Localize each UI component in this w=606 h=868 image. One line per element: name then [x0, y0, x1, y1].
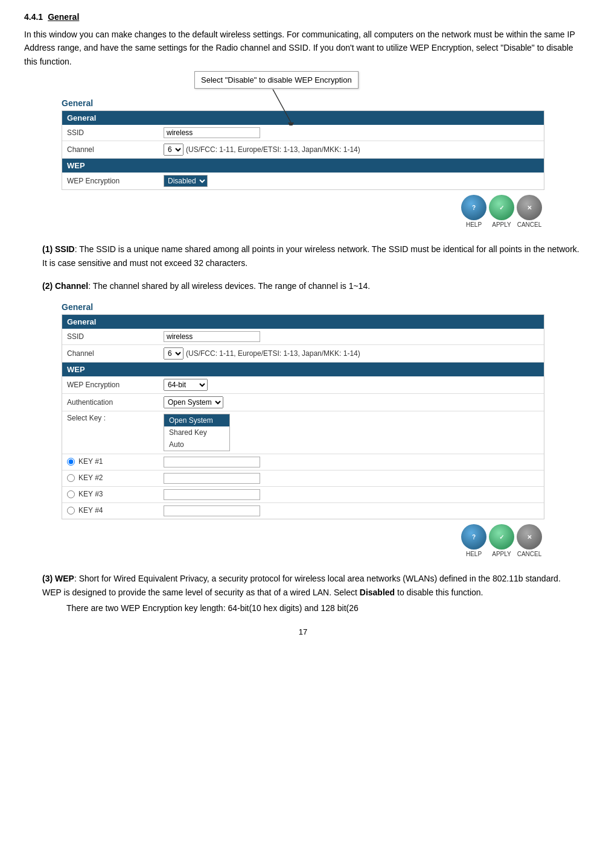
- wep-subtext: There are two WEP Encryption key length:…: [66, 601, 582, 615]
- panel1-channel-select[interactable]: 6: [164, 144, 183, 156]
- ssid-num: (1): [42, 244, 55, 254]
- panel2-key1-radio[interactable]: [67, 458, 75, 466]
- panel2-label: General: [62, 302, 544, 312]
- list-item-ssid: (1) SSID: The SSID is a unique name shar…: [42, 242, 582, 270]
- apply-icon-2: ✓: [489, 524, 514, 550]
- panel2-wep-select[interactable]: 64-bit 128-bit Disabled: [164, 379, 208, 391]
- panel2-key2-row: KEY #2: [62, 470, 544, 487]
- panel1-ssid-row: SSID: [62, 125, 544, 141]
- panel1-wep-value: Disabled: [164, 175, 208, 187]
- panel2-key1-label: KEY #1: [67, 457, 164, 467]
- list-item-wep: (3) WEP: Short for Wired Equivalent Priv…: [42, 572, 582, 615]
- panel2-key4-input[interactable]: [164, 505, 260, 516]
- channel-description: (2) Channel: The channel shared by all w…: [42, 279, 582, 293]
- list-item-channel: (2) Channel: The channel shared by all w…: [42, 279, 582, 293]
- panel2-key3-row: KEY #3: [62, 487, 544, 503]
- panel2-wep-value: 64-bit 128-bit Disabled: [164, 379, 208, 391]
- panel1-buttons: ? HELP ✓ APPLY ✕ CANCEL: [62, 190, 544, 230]
- panel1-wep-header: WEP: [62, 159, 544, 173]
- svg-marker-1: [288, 122, 294, 125]
- panel2-key2-value: [164, 473, 260, 484]
- panel2-key3-input[interactable]: [164, 489, 260, 500]
- dropdown-item-auto[interactable]: Auto: [164, 439, 229, 451]
- svg-line-0: [273, 89, 291, 122]
- panel2-auth-select[interactable]: Open System Shared Key Auto: [164, 396, 223, 408]
- panel2-channel-select[interactable]: 6: [164, 347, 183, 360]
- dropdown-item-opensystem[interactable]: Open System: [164, 414, 229, 426]
- panel2-container: General General SSID Channel 6 (US/FCC: …: [62, 302, 544, 560]
- panel2-key1-input[interactable]: [164, 457, 260, 467]
- cancel-icon-2: ✕: [517, 524, 542, 550]
- panel1-channel-row: Channel 6 (US/FCC: 1-11, Europe/ETSI: 1-…: [62, 141, 544, 159]
- panel2-auth-label: Authentication: [67, 398, 164, 407]
- channel-bold: Channel: [55, 281, 88, 291]
- wep-text: : Short for Wired Equivalent Privacy, a …: [42, 574, 561, 597]
- panel1-wep-select[interactable]: Disabled: [164, 175, 208, 187]
- callout-arrow-svg: [267, 89, 315, 125]
- panel2-auth-row: Authentication Open System Shared Key Au…: [62, 394, 544, 411]
- panel2-key3-label: KEY #3: [67, 490, 164, 499]
- cancel-icon: ✕: [517, 195, 542, 220]
- wep-description: (3) WEP: Short for Wired Equivalent Priv…: [42, 572, 582, 599]
- section-heading: 4.4.1 General: [24, 12, 582, 22]
- panel2-key4-row: KEY #4: [62, 503, 544, 519]
- panel2-channel-info: (US/FCC: 1-11, Europe/ETSI: 1-13, Japan/…: [186, 349, 360, 358]
- panel1-container: Select "Disable" to disable WEP Encrypti…: [62, 98, 544, 230]
- panel2-key3-radio[interactable]: [67, 490, 75, 498]
- callout-box: Select "Disable" to disable WEP Encrypti…: [194, 71, 359, 89]
- help-button-2[interactable]: ? HELP: [461, 524, 486, 557]
- panel2-key4-label: KEY #4: [67, 506, 164, 516]
- panel2-ssid-label: SSID: [67, 332, 164, 341]
- ssid-text: : The SSID is a unique name shared among…: [42, 244, 579, 267]
- wep-bold: WEP: [55, 574, 74, 583]
- panel1-ssid-label: SSID: [67, 128, 164, 137]
- wep-num: (3): [42, 574, 55, 583]
- page-number: 17: [24, 627, 582, 636]
- panel2-channel-row: Channel 6 (US/FCC: 1-11, Europe/ETSI: 1-…: [62, 345, 544, 363]
- help-icon: ?: [461, 195, 486, 220]
- panel2-ssid-value: [164, 331, 260, 342]
- dropdown-menu[interactable]: Open System Shared Key Auto: [164, 414, 230, 451]
- channel-num: (2): [42, 281, 55, 291]
- cancel-button-2[interactable]: ✕ CANCEL: [517, 524, 542, 557]
- panel2-key3-value: [164, 489, 260, 500]
- panel1-channel-value: 6 (US/FCC: 1-11, Europe/ETSI: 1-13, Japa…: [164, 144, 360, 156]
- panel1-ssid-value: [164, 127, 260, 138]
- panel2-wep-row: WEP Encryption 64-bit 128-bit Disabled: [62, 376, 544, 394]
- help-icon-2: ?: [461, 524, 486, 550]
- panel2-key1-row: KEY #1: [62, 454, 544, 470]
- panel1-channel-label: Channel: [67, 145, 164, 154]
- panel2-channel-value: 6 (US/FCC: 1-11, Europe/ETSI: 1-13, Japa…: [164, 347, 360, 360]
- panel2-key4-value: [164, 505, 260, 516]
- panel2-header: General: [62, 315, 544, 329]
- panel2-ssid-input[interactable]: [164, 331, 260, 342]
- panel2-key2-radio[interactable]: [67, 474, 75, 482]
- section-title: General: [48, 12, 79, 22]
- cancel-button[interactable]: ✕ CANCEL: [517, 195, 542, 228]
- panel2-channel-label: Channel: [67, 349, 164, 358]
- help-button[interactable]: ? HELP: [461, 195, 486, 228]
- panel2-key2-input[interactable]: [164, 473, 260, 484]
- panel2-selectkey-row: Select Key : Open System Shared Key Auto: [62, 411, 544, 454]
- apply-icon: ✓: [489, 195, 514, 220]
- panel1-wep-row: WEP Encryption Disabled: [62, 173, 544, 189]
- panel2: General SSID Channel 6 (US/FCC: 1-11, Eu…: [62, 314, 544, 519]
- apply-button[interactable]: ✓ APPLY: [489, 195, 514, 228]
- panel2-wep-header: WEP: [62, 363, 544, 376]
- panel2-selectkey-label: Select Key :: [67, 414, 164, 422]
- panel1-wep-label: WEP Encryption: [67, 177, 164, 185]
- panel2-buttons: ? HELP ✓ APPLY ✕ CANCEL: [62, 519, 544, 560]
- panel2-key4-radio[interactable]: [67, 507, 75, 515]
- panel2-wep-label: WEP Encryption: [67, 381, 164, 389]
- section-number: 4.4.1: [24, 12, 43, 22]
- intro-paragraph: In this window you can make changes to t…: [24, 28, 582, 68]
- panel2-selectkey-dropdown: Open System Shared Key Auto: [164, 414, 230, 451]
- panel2-key1-value: [164, 457, 260, 467]
- apply-button-2[interactable]: ✓ APPLY: [489, 524, 514, 557]
- ssid-bold: SSID: [55, 244, 75, 254]
- panel2-ssid-row: SSID: [62, 329, 544, 345]
- channel-text: : The channel shared by all wireless dev…: [88, 281, 370, 291]
- ssid-description: (1) SSID: The SSID is a unique name shar…: [42, 242, 582, 270]
- dropdown-item-sharedkey[interactable]: Shared Key: [164, 426, 229, 439]
- panel1-ssid-input[interactable]: [164, 127, 260, 138]
